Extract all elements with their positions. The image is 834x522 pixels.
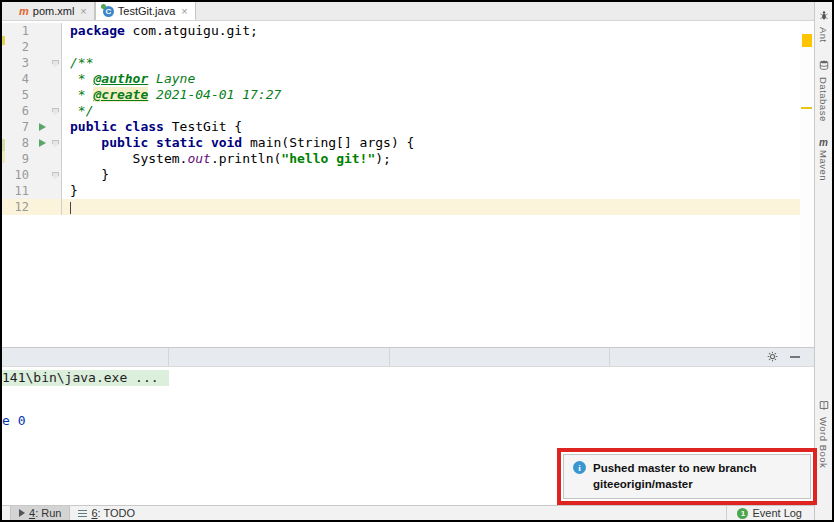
code-text: }: [62, 183, 800, 199]
code-line-10[interactable]: 10 }: [2, 167, 800, 183]
editor-tab-TestGit.java[interactable]: CTestGit.java×: [95, 2, 196, 20]
code-line-12[interactable]: 12: [2, 199, 800, 215]
panel-divider: [168, 348, 169, 366]
line-number: 3: [2, 55, 34, 71]
toolwindow-tab-word-book[interactable]: Word Book: [818, 396, 829, 468]
code-line-3[interactable]: 3/**: [2, 55, 800, 71]
fold-marker-icon[interactable]: [50, 167, 62, 183]
editor-tab-pom.xml[interactable]: mpom.xml×: [12, 2, 95, 20]
gutter-cell: [34, 103, 50, 119]
line-number: 4: [2, 71, 34, 87]
line-number: 6: [2, 103, 34, 119]
inspection-indicator-icon[interactable]: [802, 34, 812, 47]
line-number: 12: [2, 199, 34, 215]
tab-label: pom.xml: [33, 5, 75, 17]
panel-divider: [389, 348, 390, 366]
toolwindow-button-run[interactable]: 4: Run: [10, 506, 70, 520]
settings-gear-icon[interactable]: [767, 348, 778, 366]
toolwindow-button-todo[interactable]: 6: TODO: [70, 506, 143, 520]
code-line-2[interactable]: 2: [2, 39, 800, 55]
toolwindow-tab-maven[interactable]: mMaven: [818, 138, 829, 181]
database-icon: [819, 56, 829, 74]
console-exit-line: e 0: [2, 413, 25, 428]
line-number: 10: [2, 167, 34, 183]
code-text: [62, 199, 800, 215]
code-text: package com.atguigu.git;: [62, 23, 800, 39]
toolwindow-tab-label: Database: [818, 77, 829, 122]
gutter-cell: [34, 151, 50, 167]
run-gutter-icon[interactable]: [34, 119, 50, 135]
gutter-cell: [34, 199, 50, 215]
code-text: }: [62, 167, 800, 183]
code-line-5[interactable]: 5 * @create 2021-04-01 17:27: [2, 87, 800, 103]
notification-text: Pushed master to new branch giteeorigin/…: [593, 460, 757, 492]
console-output-line: 141\bin\java.exe ...: [2, 370, 169, 386]
run-play-icon: [19, 509, 25, 517]
code-editor[interactable]: 1package com.atguigu.git;23/**4 * @autho…: [2, 21, 814, 347]
code-line-7[interactable]: 7public class TestGit {: [2, 119, 800, 135]
code-text: public static void main(String[] args) {: [62, 135, 800, 151]
fold-column: [50, 71, 62, 87]
line-number: 7: [2, 119, 34, 135]
code-line-6[interactable]: 6 */: [2, 103, 800, 119]
code-text: public class TestGit {: [62, 119, 800, 135]
code-line-1[interactable]: 1package com.atguigu.git;: [2, 23, 800, 39]
line-number: 9: [2, 151, 34, 167]
code-line-4[interactable]: 4 * @author Layne: [2, 71, 800, 87]
java-class-icon: C: [103, 6, 114, 17]
fold-column: [50, 119, 62, 135]
code-line-11[interactable]: 11}: [2, 183, 800, 199]
line-number: 8: [2, 135, 34, 151]
gutter-cell: [34, 39, 50, 55]
close-tab-icon[interactable]: ×: [181, 6, 187, 17]
event-log-button[interactable]: 1 Event Log: [726, 506, 814, 520]
gutter-cell: [34, 167, 50, 183]
gutter-cell: [34, 71, 50, 87]
line-number: 5: [2, 87, 34, 103]
code-line-8[interactable]: 8 public static void main(String[] args)…: [2, 135, 800, 151]
fold-column: [50, 87, 62, 103]
fold-marker-icon[interactable]: [50, 55, 62, 71]
fold-column: [50, 23, 62, 39]
toolwindow-tab-ant[interactable]: Ant: [818, 6, 829, 43]
fold-column: [50, 183, 62, 199]
hide-panel-icon[interactable]: [790, 356, 800, 358]
run-panel-header: [2, 347, 814, 367]
warning-stripe-mark[interactable]: [801, 107, 812, 109]
run-gutter-icon[interactable]: [34, 135, 50, 151]
toolwindow-tab-label: Word Book: [818, 417, 829, 468]
event-count-badge: 1: [737, 508, 748, 519]
maven-file-icon: m: [19, 5, 29, 17]
notification-balloon[interactable]: i Pushed master to new branch giteeorigi…: [563, 454, 811, 499]
fold-column: [50, 39, 62, 55]
toolwindow-tab-label: Maven: [818, 150, 829, 181]
fold-marker-icon[interactable]: [50, 135, 62, 151]
line-number: 11: [2, 183, 34, 199]
event-log-label: Event Log: [752, 507, 802, 519]
fold-marker-icon[interactable]: [50, 103, 62, 119]
maven-icon: m: [819, 138, 828, 147]
red-annotation-box: i Pushed master to new branch giteeorigi…: [557, 448, 817, 505]
code-line-9[interactable]: 9 System.out.println("hello git!");: [2, 151, 800, 167]
ant-icon: [819, 6, 829, 24]
toolwindow-tab-database[interactable]: Database: [818, 56, 829, 122]
code-lines: 1package com.atguigu.git;23/**4 * @autho…: [2, 21, 800, 347]
run-console[interactable]: 141\bin\java.exe ... e 0 i Pushed master…: [2, 367, 814, 505]
gutter-change-mark: [2, 36, 5, 45]
fold-column: [50, 199, 62, 215]
status-bar: 4: Run 6: TODO 1 Event Log: [2, 505, 814, 520]
gutter-change-mark: [2, 139, 5, 151]
code-text: */: [62, 103, 800, 119]
editor-tab-bar: mpom.xml×CTestGit.java×: [2, 2, 814, 21]
code-text: [62, 39, 800, 55]
word-book-icon: [819, 396, 829, 414]
info-icon: i: [573, 461, 586, 474]
fold-column: [50, 151, 62, 167]
run-button-label: 4: Run: [29, 507, 61, 519]
gutter-cell: [34, 55, 50, 71]
right-toolwindow-bar: AntDatabasemMavenWord Book: [814, 2, 832, 520]
close-tab-icon[interactable]: ×: [80, 6, 86, 17]
text-caret: [70, 202, 71, 214]
gutter-cell: [34, 23, 50, 39]
error-stripe[interactable]: [800, 21, 814, 347]
